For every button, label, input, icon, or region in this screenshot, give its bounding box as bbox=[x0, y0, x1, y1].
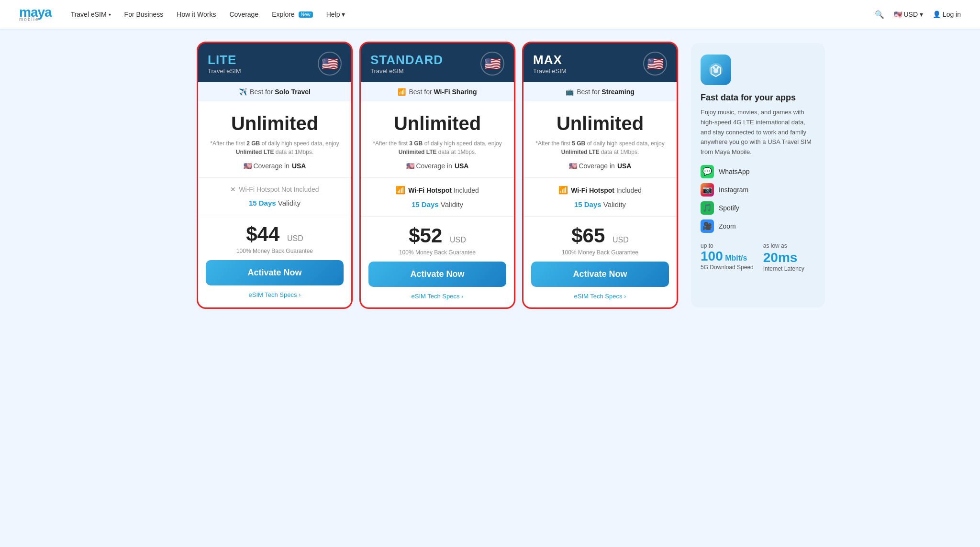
svg-point-3 bbox=[713, 67, 715, 69]
nav-travel-esim[interactable]: Travel eSIM bbox=[71, 11, 111, 18]
speed-stats: up to 100 Mbit/s 5G Download Speed as lo… bbox=[701, 242, 815, 272]
standard-data-note: *After the first 3 GB of daily high spee… bbox=[370, 139, 504, 156]
sidebar-description: Enjoy music, movies, and games with high… bbox=[701, 108, 815, 157]
standard-price: $52 USD bbox=[370, 224, 504, 247]
max-wifi-row: 📶 Wi-Fi Hotspot Included bbox=[533, 186, 667, 195]
max-activate-button[interactable]: Activate Now bbox=[531, 262, 669, 287]
max-money-back: 100% Money Back Guarantee bbox=[533, 249, 667, 256]
lite-money-back: 100% Money Back Guarantee bbox=[208, 248, 342, 254]
currency-selector[interactable]: 🇺🇸 USD ▾ bbox=[894, 11, 923, 18]
max-flag: 🇺🇸 bbox=[643, 52, 667, 76]
standard-validity: 15 Days Validity bbox=[370, 200, 504, 208]
lite-coverage: 🇺🇸 Coverage in USA bbox=[208, 162, 342, 170]
instagram-label: Instagram bbox=[719, 186, 748, 194]
max-best-for-icon: 📺 bbox=[566, 88, 574, 96]
standard-price-section: $52 USD 100% Money Back Guarantee bbox=[361, 217, 514, 262]
max-coverage: 🇺🇸 Coverage in USA bbox=[533, 162, 667, 170]
standard-best-for: 📶 Best for Wi-Fi Sharing bbox=[361, 82, 514, 101]
max-tech-specs-link[interactable]: eSIM Tech Specs › bbox=[523, 293, 677, 307]
standard-data-section: Unlimited *After the first 3 GB of daily… bbox=[361, 101, 514, 178]
lite-data-note: *After the first 2 GB of daily high spee… bbox=[208, 139, 342, 156]
instagram-icon: 📷 bbox=[701, 183, 714, 197]
lite-price: $44 USD bbox=[208, 223, 342, 246]
lite-features: ✕ Wi-Fi Hotspot Not Included 15 Days Val… bbox=[198, 178, 351, 215]
max-validity: 15 Days Validity bbox=[533, 200, 667, 208]
lite-wifi-row: ✕ Wi-Fi Hotspot Not Included bbox=[208, 186, 342, 193]
zoom-icon: 🎥 bbox=[701, 219, 714, 233]
max-plan-type: Travel eSIM bbox=[533, 67, 567, 75]
lite-data-label: Unlimited bbox=[208, 113, 342, 134]
logo[interactable]: maya mobile bbox=[19, 7, 52, 22]
lite-activate-button[interactable]: Activate Now bbox=[206, 260, 344, 285]
standard-plan-card: STANDARD Travel eSIM 🇺🇸 📶 Best for Wi-Fi… bbox=[361, 43, 514, 307]
lite-wifi-x-icon: ✕ bbox=[230, 186, 236, 193]
lite-price-section: $44 USD 100% Money Back Guarantee bbox=[198, 215, 351, 260]
lite-plan-card: LITE Travel eSIM 🇺🇸 ✈️ Best for Solo Tra… bbox=[198, 43, 351, 307]
standard-best-for-text: Best for Wi-Fi Sharing bbox=[409, 88, 477, 96]
standard-data-label: Unlimited bbox=[370, 113, 504, 134]
lite-plan-type: Travel eSIM bbox=[208, 67, 241, 75]
whatsapp-label: WhatsApp bbox=[719, 168, 750, 175]
app-item-instagram: 📷 Instagram bbox=[701, 183, 815, 197]
speed-unit: Mbit/s bbox=[725, 254, 747, 262]
lite-currency: USD bbox=[287, 234, 303, 242]
nav-links: Travel eSIM For Business How it Works Co… bbox=[71, 11, 875, 18]
max-data-section: Unlimited *After the first 5 GB of daily… bbox=[523, 101, 677, 178]
navbar: maya mobile Travel eSIM For Business How… bbox=[0, 0, 980, 29]
latency-sub-label: Internet Latency bbox=[763, 265, 804, 272]
standard-activate-button[interactable]: Activate Now bbox=[368, 262, 506, 287]
lite-validity: 15 Days Validity bbox=[208, 199, 342, 207]
lite-header-title: LITE Travel eSIM bbox=[208, 53, 241, 75]
nav-explore[interactable]: Explore New bbox=[272, 11, 312, 18]
standard-tech-specs-link[interactable]: eSIM Tech Specs › bbox=[361, 293, 514, 307]
max-best-for: 📺 Best for Streaming bbox=[523, 82, 677, 101]
nav-coverage[interactable]: Coverage bbox=[229, 11, 258, 18]
max-header-title: MAX Travel eSIM bbox=[533, 53, 567, 75]
plans-container: LITE Travel eSIM 🇺🇸 ✈️ Best for Solo Tra… bbox=[198, 43, 677, 307]
max-data-label: Unlimited bbox=[533, 113, 667, 134]
sidebar-title: Fast data for your apps bbox=[701, 93, 815, 103]
lite-best-for: ✈️ Best for Solo Travel bbox=[198, 82, 351, 101]
nav-how-it-works[interactable]: How it Works bbox=[177, 11, 216, 18]
nav-for-business[interactable]: For Business bbox=[124, 11, 164, 18]
nav-right: 🔍 🇺🇸 USD ▾ 👤 Log in bbox=[875, 10, 961, 19]
nav-help[interactable]: Help ▾ bbox=[326, 11, 345, 18]
standard-plan-name: STANDARD bbox=[370, 53, 443, 67]
standard-wifi-icon: 📶 bbox=[396, 186, 405, 195]
max-best-for-text: Best for Streaming bbox=[577, 88, 635, 96]
new-badge: New bbox=[299, 11, 313, 18]
standard-money-back: 100% Money Back Guarantee bbox=[370, 249, 504, 256]
max-wifi-icon: 📶 bbox=[558, 186, 568, 195]
search-icon[interactable]: 🔍 bbox=[875, 10, 884, 19]
speed-value-row: 100 Mbit/s bbox=[701, 249, 754, 264]
lite-plan-name: LITE bbox=[208, 53, 241, 67]
sidebar: Fast data for your apps Enjoy music, mov… bbox=[691, 43, 825, 307]
app-list: 💬 WhatsApp 📷 Instagram 🎵 Spotify 🎥 Zoom bbox=[701, 165, 815, 233]
standard-currency: USD bbox=[450, 236, 466, 244]
max-price: $65 USD bbox=[533, 224, 667, 247]
zoom-label: Zoom bbox=[719, 222, 736, 230]
download-speed-block: up to 100 Mbit/s 5G Download Speed bbox=[701, 242, 754, 272]
login-button[interactable]: 👤 Log in bbox=[933, 11, 961, 18]
standard-best-for-icon: 📶 bbox=[398, 88, 406, 96]
standard-card-header: STANDARD Travel eSIM 🇺🇸 bbox=[361, 43, 514, 82]
standard-wifi-label: Wi-Fi Hotspot Included bbox=[408, 186, 479, 194]
spotify-icon: 🎵 bbox=[701, 201, 714, 215]
standard-plan-type: Travel eSIM bbox=[370, 67, 443, 75]
main-content: LITE Travel eSIM 🇺🇸 ✈️ Best for Solo Tra… bbox=[179, 29, 801, 322]
latency-block: as low as 20ms Internet Latency bbox=[763, 242, 804, 272]
standard-features: 📶 Wi-Fi Hotspot Included 15 Days Validit… bbox=[361, 178, 514, 217]
max-price-section: $65 USD 100% Money Back Guarantee bbox=[523, 217, 677, 262]
app-item-zoom: 🎥 Zoom bbox=[701, 219, 815, 233]
max-currency: USD bbox=[612, 236, 629, 244]
lite-tech-specs-link[interactable]: eSIM Tech Specs › bbox=[198, 291, 351, 306]
standard-header-title: STANDARD Travel eSIM bbox=[370, 53, 443, 75]
lite-card-header: LITE Travel eSIM 🇺🇸 bbox=[198, 43, 351, 82]
max-plan-name: MAX bbox=[533, 53, 567, 67]
standard-price-value: $52 bbox=[409, 224, 442, 247]
speed-value: 100 bbox=[701, 249, 723, 263]
max-card-header: MAX Travel eSIM 🇺🇸 bbox=[523, 43, 677, 82]
standard-flag: 🇺🇸 bbox=[480, 52, 504, 76]
standard-wifi-row: 📶 Wi-Fi Hotspot Included bbox=[370, 186, 504, 195]
standard-coverage: 🇺🇸 Coverage in USA bbox=[370, 162, 504, 170]
